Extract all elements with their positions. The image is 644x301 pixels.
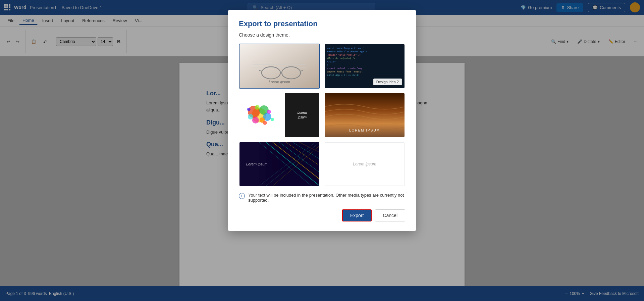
theme-card-1[interactable]: Lorem ipsum (239, 44, 320, 89)
theme-card-2[interactable]: const renderComp = () => { return <div c… (324, 44, 405, 89)
export-button[interactable]: Export (342, 209, 372, 221)
theme3-label: Loremipsum (298, 110, 307, 120)
svg-point-29 (263, 121, 267, 125)
svg-text:import React from 'react';: import React from 'react'; (327, 70, 364, 73)
modal-overlay: Export to presentation Choose a design t… (0, 0, 644, 301)
themes-grid: Lorem ipsum const renderComp = () => { r… (239, 44, 405, 187)
theme-card-4[interactable]: LOREM IPSUM | (324, 93, 405, 138)
theme6-label: Lorem ipsum (353, 162, 376, 166)
design-idea-badge: Design idea 2 (373, 79, 402, 85)
theme-card-inner-4: LOREM IPSUM | (325, 93, 405, 137)
theme-card-5[interactable]: Lorem ipsum (239, 142, 320, 187)
svg-point-26 (248, 114, 253, 119)
theme-card-6[interactable]: Lorem ipsum (324, 142, 405, 187)
svg-point-30 (247, 108, 251, 111)
theme4-label: LOREM IPSUM (349, 129, 380, 132)
svg-text:const App = () => null;: const App = () => null; (327, 74, 360, 77)
theme1-label: Lorem ipsum (269, 80, 290, 84)
info-text: Your text will be included in the presen… (248, 193, 405, 203)
svg-point-24 (252, 117, 259, 123)
svg-point-28 (255, 105, 260, 110)
modal-actions: Export Cancel (239, 209, 405, 221)
svg-text:<Main data={data} />: <Main data={data} /> (327, 57, 355, 60)
svg-text:<Header title="Hello" />: <Header title="Hello" /> (327, 54, 361, 56)
theme-card-inner-1: Lorem ipsum (239, 44, 319, 88)
svg-text:}: } (327, 64, 328, 66)
theme-card-inner-3: Loremipsum (239, 93, 319, 137)
theme5-label: Lorem ipsum (246, 162, 268, 166)
export-modal: Export to presentation Choose a design t… (228, 10, 416, 231)
modal-subtitle: Choose a design theme. (239, 32, 405, 38)
theme-card-3[interactable]: Loremipsum (239, 93, 320, 138)
cancel-button[interactable]: Cancel (375, 209, 405, 221)
svg-point-31 (271, 118, 274, 121)
svg-text:const renderComp = () => {: const renderComp = () => { (327, 47, 364, 50)
theme-card-inner-6: Lorem ipsum (325, 142, 405, 186)
svg-text:export default renderComp;: export default renderComp; (327, 67, 364, 70)
modal-title: Export to presentation (239, 19, 405, 28)
theme-card-inner-5: Lorem ipsum (239, 142, 319, 186)
svg-point-27 (267, 110, 271, 114)
info-icon: i (239, 193, 245, 199)
svg-text:return <div className="app">: return <div className="app"> (327, 50, 367, 53)
svg-text:</div>: </div> (327, 60, 335, 63)
info-row: i Your text will be included in the pres… (239, 193, 405, 203)
theme-card-inner-2: const renderComp = () => { return <div c… (325, 44, 405, 88)
